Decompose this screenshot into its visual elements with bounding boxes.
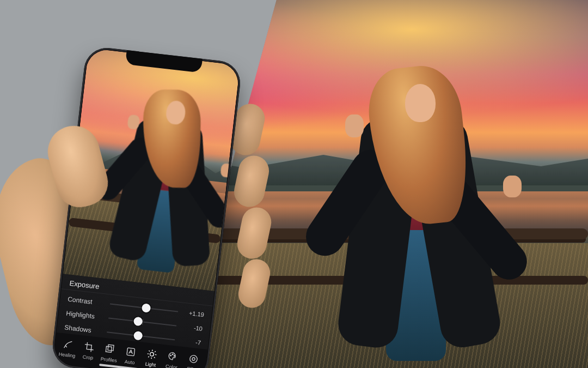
tool-profiles[interactable]: Profiles [99,341,121,365]
tool-light[interactable]: Light [140,346,162,368]
tool-auto[interactable]: Auto [119,343,142,367]
svg-point-3 [150,352,154,356]
tool-effects[interactable]: Eff… [182,350,204,368]
svg-point-6 [174,355,175,357]
color-icon [166,350,179,363]
tool-healing[interactable]: Healing [57,336,79,360]
svg-rect-0 [106,346,112,352]
composition: Exposure Contrast +1.19 Highlights [0,0,588,368]
crop-icon [82,340,95,353]
profiles-icon [103,343,117,356]
subject-person [323,67,519,369]
svg-point-5 [172,354,173,355]
light-icon [145,348,158,361]
healing-icon [62,338,75,351]
auto-icon [124,345,137,358]
exposure-label: Exposure [69,279,107,292]
tool-label: Auto [124,359,135,365]
svg-point-4 [170,355,171,356]
svg-point-8 [192,358,195,361]
tool-label: Color [166,364,178,368]
tool-label: Crop [82,354,94,360]
app-screen: Exposure Contrast +1.19 Highlights [53,48,240,368]
tool-crop[interactable]: Crop [77,339,100,363]
svg-rect-2 [127,348,135,356]
light-panel: Exposure Contrast +1.19 Highlights [53,274,215,368]
contrast-value: +1.19 [183,309,204,318]
tool-label: Healing [58,351,75,358]
shadows-knob[interactable] [133,331,143,341]
tool-label: Light [145,361,156,368]
svg-rect-1 [108,345,114,351]
hand-holding-phone: Exposure Contrast +1.19 Highlights [0,44,283,368]
shadows-slider[interactable] [107,331,175,340]
contrast-knob[interactable] [141,303,151,313]
finger [231,153,272,210]
finger [235,204,274,261]
svg-point-7 [189,355,198,363]
tool-color[interactable]: Color [161,348,183,368]
shadows-label: Shadows [64,323,102,335]
tool-label: Profiles [100,356,117,363]
highlights-knob[interactable] [133,317,143,327]
shadows-value: -7 [180,337,201,346]
tool-label: Eff… [187,366,198,368]
finger [236,257,273,310]
effects-icon [187,352,200,365]
highlights-value: -10 [181,323,203,332]
